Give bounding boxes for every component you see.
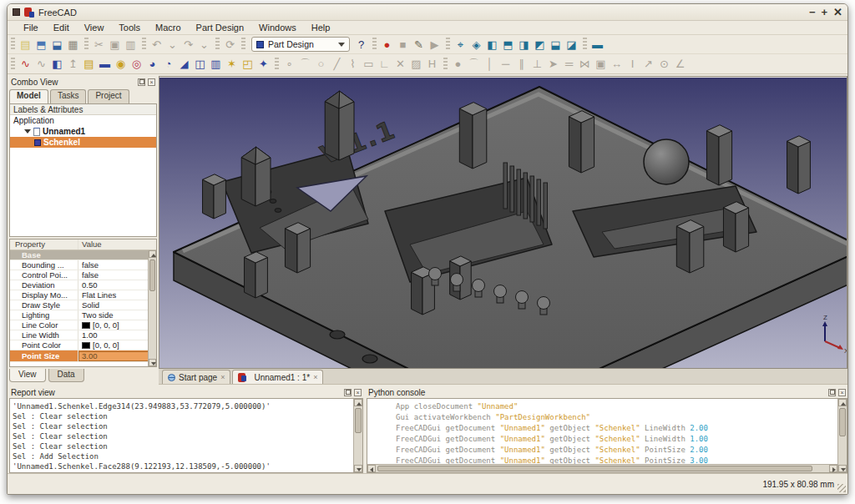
open-document-button[interactable]: ⬒ xyxy=(33,36,49,53)
circle-tool[interactable]: ○ xyxy=(313,56,329,73)
toolbar-handle[interactable] xyxy=(443,58,448,71)
top-view-button[interactable]: ⬒ xyxy=(500,36,516,53)
paste-button[interactable]: ▥ xyxy=(123,36,139,53)
scroll-right-icon[interactable] xyxy=(829,465,837,472)
refresh-button[interactable]: ⟳ xyxy=(222,36,238,53)
cut-button[interactable]: ✂ xyxy=(91,36,107,53)
macro-stop-button[interactable]: ■ xyxy=(395,36,411,53)
scrollbar-thumb[interactable] xyxy=(377,466,812,471)
scrollbar-thumb[interactable] xyxy=(355,408,362,433)
tangent-constraint-button[interactable]: ➤ xyxy=(545,56,561,73)
property-row[interactable]: Display Mo... Flat Lines xyxy=(10,290,156,300)
macro-edit-button[interactable]: ✎ xyxy=(411,36,427,53)
property-row[interactable]: Deviation 0.50 xyxy=(10,280,156,290)
draft-button[interactable]: ◢ xyxy=(176,56,192,73)
toolbar-handle[interactable] xyxy=(84,38,89,51)
tab-model[interactable]: Model xyxy=(9,89,48,103)
construction-mode-tool[interactable]: H xyxy=(424,56,440,73)
macro-run-button[interactable]: ▶ xyxy=(427,36,443,53)
scrollbar-thumb[interactable] xyxy=(149,260,155,291)
radius-constraint-button[interactable]: ⊙ xyxy=(656,56,672,73)
tab-data[interactable]: Data xyxy=(48,369,84,382)
toolbar-handle[interactable] xyxy=(215,38,220,51)
new-document-button[interactable]: ▤ xyxy=(18,36,33,53)
horizontal-constraint-button[interactable]: ─ xyxy=(498,56,514,73)
property-row[interactable]: Draw Style Solid xyxy=(10,300,156,310)
redo-button[interactable]: ↷ xyxy=(180,36,196,53)
scroll-down-icon[interactable] xyxy=(149,359,156,366)
3d-viewport[interactable]: V.1.1 Z X xyxy=(159,76,847,369)
mirrored-button[interactable]: ◫ xyxy=(192,56,208,73)
coincident-constraint-button[interactable]: ● xyxy=(450,56,466,73)
toolbar-handle[interactable] xyxy=(446,38,450,51)
property-group-base[interactable]: Base xyxy=(10,250,156,260)
axonometric-view-button[interactable]: ◈ xyxy=(468,36,484,53)
float-panel-icon[interactable] xyxy=(828,389,836,396)
tab-start-page[interactable]: Start page xyxy=(162,370,230,384)
pocket-button[interactable]: ▬ xyxy=(97,56,113,73)
expander-icon[interactable] xyxy=(24,129,31,134)
save-button[interactable]: ⬓ xyxy=(49,36,65,53)
menu-part-design[interactable]: Part Design xyxy=(189,22,251,33)
point-on-object-constraint-button[interactable]: ⌒ xyxy=(466,56,482,73)
title-bar[interactable]: FreeCAD − + ✕ xyxy=(8,4,847,21)
macro-record-button[interactable]: ● xyxy=(379,36,395,53)
revolution-button[interactable]: ◉ xyxy=(113,56,129,73)
tree-item-schenkel[interactable]: Schenkel xyxy=(10,137,156,148)
scroll-up-icon[interactable] xyxy=(149,250,156,258)
lock-constraint-button[interactable]: ▣ xyxy=(593,56,609,73)
symmetric-constraint-button[interactable]: ⋈ xyxy=(577,56,593,73)
redo-dropdown[interactable]: ⌄ xyxy=(196,36,212,53)
scaled-button[interactable]: ◰ xyxy=(240,56,255,73)
toolbar-handle[interactable] xyxy=(11,58,15,71)
map-sketch-button[interactable]: ◧ xyxy=(49,56,65,73)
undo-button[interactable]: ↶ xyxy=(149,36,164,53)
close-tab-icon[interactable] xyxy=(220,373,225,381)
horizontal-distance-constraint-button[interactable]: ↔ xyxy=(609,56,625,73)
property-row-point-color[interactable]: Point Color [0, 0, 0] xyxy=(10,340,156,350)
close-panel-icon[interactable] xyxy=(148,78,155,86)
workbench-selector[interactable]: Part Design xyxy=(251,37,350,52)
menu-help[interactable]: Help xyxy=(304,22,338,33)
toolbar-handle[interactable] xyxy=(275,58,279,71)
toolbar-handle[interactable] xyxy=(372,38,377,51)
rear-view-button[interactable]: ◩ xyxy=(532,36,548,53)
toolbar-handle[interactable] xyxy=(142,38,146,51)
scrollbar-thumb[interactable] xyxy=(839,408,846,436)
tree-item-document[interactable]: Unnamed1 xyxy=(10,126,156,137)
property-row-line-color[interactable]: Line Color [0, 0, 0] xyxy=(10,320,156,330)
report-scrollbar[interactable] xyxy=(353,399,362,472)
fillet-button[interactable]: ◕ xyxy=(144,56,160,73)
chamfer-button[interactable]: ◔ xyxy=(160,56,176,73)
menu-windows[interactable]: Windows xyxy=(251,22,304,33)
float-panel-icon[interactable] xyxy=(344,389,352,396)
front-view-button[interactable]: ◧ xyxy=(484,36,500,53)
linear-pattern-button[interactable]: ▥ xyxy=(208,56,224,73)
property-row[interactable]: Lighting Two side xyxy=(10,310,156,320)
report-view-log[interactable]: Sel : Add Selection'Unnamed1.Schenkel.Ed… xyxy=(9,398,363,473)
bottom-view-button[interactable]: ⬓ xyxy=(548,36,564,53)
toolbar-handle[interactable] xyxy=(583,38,587,51)
tab-tasks[interactable]: Tasks xyxy=(50,89,87,103)
property-column-header[interactable]: Property xyxy=(10,239,78,249)
whats-this-button[interactable]: ? xyxy=(353,36,369,53)
close-panel-icon[interactable] xyxy=(354,389,362,396)
scroll-down-icon[interactable] xyxy=(838,465,847,472)
property-row[interactable]: Line Width 1.00 xyxy=(10,330,156,340)
menu-tools[interactable]: Tools xyxy=(111,22,148,33)
polyline-tool[interactable]: ⌇ xyxy=(345,56,361,73)
fit-all-button[interactable]: ⌖ xyxy=(453,36,468,53)
pad-button[interactable]: ▤ xyxy=(81,56,97,73)
python-console-hscrollbar[interactable] xyxy=(367,464,837,472)
resize-grip[interactable] xyxy=(837,484,846,492)
toolbar-handle[interactable] xyxy=(241,38,245,51)
measure-button[interactable]: ▬ xyxy=(589,36,605,53)
edit-sketch-button[interactable]: ∿ xyxy=(33,56,49,73)
menu-edit[interactable]: Edit xyxy=(46,22,77,33)
right-view-button[interactable]: ◨ xyxy=(516,36,532,53)
toolbar-handle[interactable] xyxy=(11,38,15,51)
window-menu-icon[interactable] xyxy=(13,8,20,16)
vertical-distance-constraint-button[interactable]: I xyxy=(625,56,640,73)
print-button[interactable]: ▦ xyxy=(65,36,81,53)
python-console-log[interactable]: App closeDocument "Unnamed"Gui activateW… xyxy=(367,398,847,473)
